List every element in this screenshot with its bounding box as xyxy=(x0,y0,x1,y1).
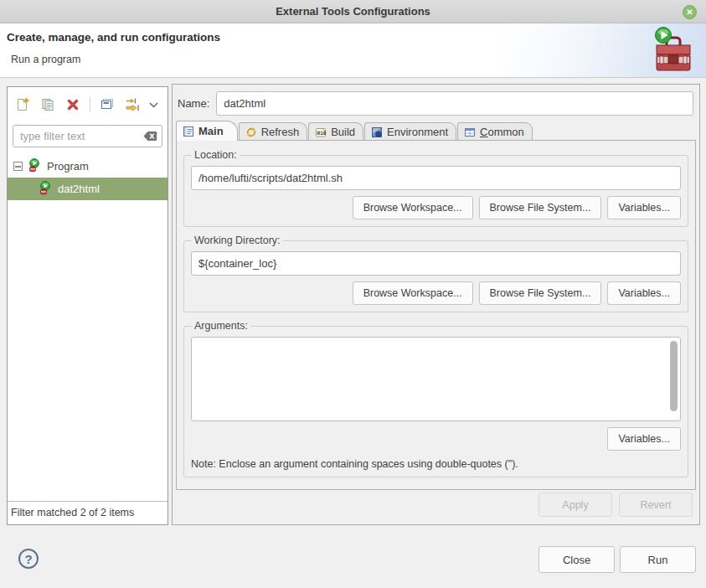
close-button[interactable]: Close xyxy=(539,546,615,573)
working-directory-input[interactable] xyxy=(191,251,681,276)
tab-label: Refresh xyxy=(261,126,300,138)
build-tab-icon: 010 xyxy=(315,126,327,138)
copy-icon xyxy=(40,97,55,112)
dialog-buttons: Close Run xyxy=(539,546,696,573)
filter-input[interactable] xyxy=(13,125,162,147)
tab-label: Build xyxy=(331,126,355,138)
tab-main[interactable]: Main xyxy=(176,121,238,141)
window-close-button[interactable]: ✕ xyxy=(683,5,697,19)
tree-item-dat2html[interactable]: dat2html xyxy=(8,178,167,200)
tab-label: Environment xyxy=(387,126,448,138)
run-button[interactable]: Run xyxy=(620,546,696,573)
backspace-clear-icon xyxy=(143,131,157,142)
tree-item-program[interactable]: Program xyxy=(8,155,167,178)
svg-text:010: 010 xyxy=(317,129,327,135)
new-document-icon xyxy=(15,97,30,112)
common-tab-icon xyxy=(464,126,476,138)
variables-button[interactable]: Variables... xyxy=(607,196,681,219)
page-subtitle: Run a program xyxy=(11,54,80,65)
filter-field-wrap xyxy=(13,125,162,147)
arguments-buttons: Variables... xyxy=(191,427,681,451)
delete-x-icon xyxy=(65,97,80,112)
chevron-down-icon xyxy=(149,102,158,108)
window-title: External Tools Configurations xyxy=(276,5,430,18)
tab-environment[interactable]: Environment xyxy=(364,122,456,141)
scrollbar-thumb[interactable] xyxy=(670,341,678,411)
arguments-group: Arguments: Variables... Note: Enclose an… xyxy=(183,320,688,477)
name-label: Name: xyxy=(178,97,209,110)
run-program-icon xyxy=(39,181,53,198)
name-row: Name: xyxy=(178,91,693,116)
location-buttons: Browse Workspace... Browse File System..… xyxy=(191,196,681,219)
tab-label: Common xyxy=(480,126,524,138)
location-input[interactable] xyxy=(191,166,681,190)
header-banner: Create, manage, and run configurations R… xyxy=(0,23,706,78)
tab-label: Main xyxy=(198,125,224,137)
browse-workspace-button[interactable]: Browse Workspace... xyxy=(353,196,473,219)
arguments-box xyxy=(191,337,681,421)
new-configuration-button[interactable] xyxy=(12,94,33,116)
location-group: Location: Browse Workspace... Browse Fil… xyxy=(183,149,688,227)
working-directory-group: Working Directory: Browse Workspace... B… xyxy=(183,235,688,312)
delete-configuration-button[interactable] xyxy=(62,94,84,116)
page-title: Create, manage, and run configurations xyxy=(7,31,220,44)
collapse-all-button[interactable] xyxy=(96,94,118,116)
sidebar-toolbar xyxy=(8,87,167,122)
tab-build[interactable]: 010 Build xyxy=(308,122,363,141)
toolbar-menu-button[interactable] xyxy=(147,94,160,116)
run-program-icon xyxy=(28,158,42,175)
variables-button[interactable]: Variables... xyxy=(607,427,681,451)
filter-status-text: Filter matched 2 of 2 items xyxy=(8,501,167,524)
main-tab-icon xyxy=(183,126,194,137)
filter-configurations-button[interactable] xyxy=(121,94,143,116)
revert-button[interactable]: Revert xyxy=(619,493,693,517)
configuration-editor: Name: Main Refresh xyxy=(172,84,700,525)
help-button[interactable]: ? xyxy=(18,549,39,569)
refresh-tab-icon xyxy=(245,126,257,138)
tree-item-label: Program xyxy=(47,160,89,173)
collapse-all-icon xyxy=(100,97,115,112)
environment-tab-icon xyxy=(371,126,383,138)
browse-file-system-button[interactable]: Browse File System... xyxy=(479,196,602,219)
clear-filter-button[interactable] xyxy=(143,131,157,142)
collapse-expander-icon[interactable] xyxy=(13,162,23,171)
variables-button[interactable]: Variables... xyxy=(607,281,681,305)
apply-revert-row: Apply Revert xyxy=(539,493,693,517)
external-tools-toolbox-icon xyxy=(648,25,697,79)
editor-tabs: Main Refresh 010 Build xyxy=(176,122,696,141)
configurations-sidebar: Program dat2html xyxy=(7,86,168,525)
titlebar[interactable]: External Tools Configurations ✕ xyxy=(0,0,706,23)
configurations-tree: Program dat2html xyxy=(8,155,167,200)
tree-item-label: dat2html xyxy=(58,183,100,195)
tab-refresh[interactable]: Refresh xyxy=(239,122,308,141)
working-directory-label: Working Directory: xyxy=(192,235,283,246)
arguments-note: Note: Enclose an argument containing spa… xyxy=(191,458,681,470)
arguments-textarea[interactable] xyxy=(193,339,668,419)
apply-button[interactable]: Apply xyxy=(539,493,612,517)
browse-workspace-button[interactable]: Browse Workspace... xyxy=(353,281,473,305)
main-tab-content: Location: Browse Workspace... Browse Fil… xyxy=(176,140,696,490)
working-directory-buttons: Browse Workspace... Browse File System..… xyxy=(191,281,681,305)
external-tools-dialog: External Tools Configurations ✕ Create, … xyxy=(0,0,706,588)
duplicate-configuration-button[interactable] xyxy=(37,94,59,116)
location-label: Location: xyxy=(192,149,240,161)
close-icon: ✕ xyxy=(686,8,693,17)
browse-file-system-button[interactable]: Browse File System... xyxy=(479,281,602,305)
arguments-label: Arguments: xyxy=(192,320,250,332)
tab-common[interactable]: Common xyxy=(457,122,533,141)
question-mark-icon: ? xyxy=(24,552,32,566)
name-input[interactable] xyxy=(216,91,693,116)
filter-arrows-icon xyxy=(125,97,140,112)
arguments-scrollbar[interactable] xyxy=(669,339,678,419)
toolbar-separator xyxy=(90,97,90,112)
